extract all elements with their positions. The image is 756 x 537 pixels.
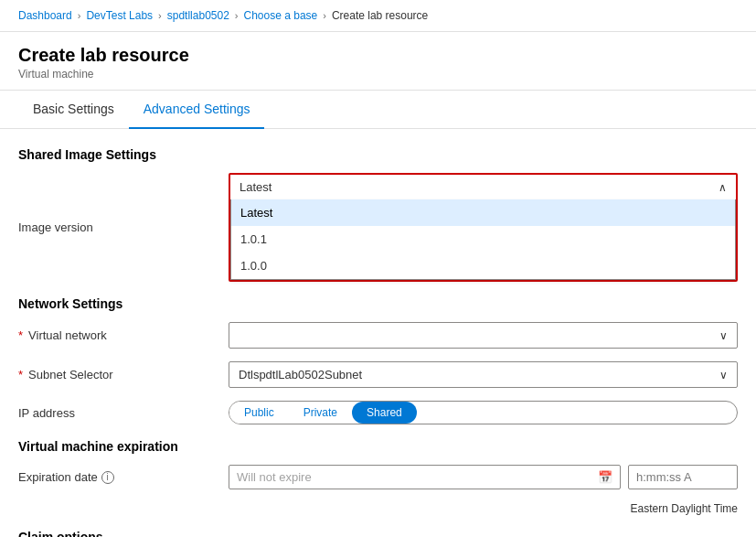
image-version-control: Latest Latest 1.0.1 1.0.0: [229, 173, 738, 282]
ip-shared-button[interactable]: Shared: [352, 402, 417, 424]
ip-private-button[interactable]: Private: [289, 402, 352, 424]
ip-address-row: IP address Public Private Shared: [18, 401, 738, 424]
chevron-down-icon: [719, 328, 728, 342]
subnet-label: * Subnet Selector: [18, 368, 229, 381]
image-version-option-100[interactable]: 1.0.0: [231, 252, 735, 279]
breadcrumb-sep-3: ›: [235, 10, 239, 21]
breadcrumb: Dashboard › DevTest Labs › spdtllab0502 …: [0, 0, 756, 32]
subnet-row: * Subnet Selector DtlspdtlLab0502Subnet: [18, 361, 738, 388]
subnet-control: DtlspdtlLab0502Subnet: [229, 361, 738, 388]
subnet-chevron-down-icon: [719, 368, 728, 381]
breadcrumb-sep-1: ›: [78, 10, 81, 21]
page-header: Create lab resource Virtual machine: [0, 32, 756, 91]
expiration-section-title: Virtual machine expiration: [18, 439, 738, 454]
content-area: Shared Image Settings Image version Late…: [0, 129, 756, 537]
ip-public-button[interactable]: Public: [229, 402, 289, 424]
breadcrumb-sep-2: ›: [158, 10, 162, 21]
breadcrumb-lab[interactable]: spdtllab0502: [167, 9, 229, 22]
image-version-dropdown[interactable]: Latest Latest 1.0.1 1.0.0: [229, 173, 738, 282]
image-version-label: Image version: [18, 220, 229, 234]
page-subtitle: Virtual machine: [18, 68, 738, 81]
subnet-value: DtlspdtlLab0502Subnet: [239, 368, 362, 381]
shared-image-section-title: Shared Image Settings: [18, 147, 738, 162]
chevron-up-icon: [719, 180, 727, 194]
ip-address-control: Public Private Shared: [229, 401, 738, 424]
timezone-label: Eastern Daylight Time: [631, 502, 738, 515]
expiration-date-input[interactable]: Will not expire 📅: [229, 465, 621, 489]
ip-address-label: IP address: [18, 406, 229, 420]
subnet-required-star: *: [18, 368, 23, 381]
virtual-network-row: * Virtual network: [18, 322, 738, 349]
virtual-network-dropdown[interactable]: [229, 322, 738, 349]
breadcrumb-dashboard[interactable]: Dashboard: [18, 9, 72, 22]
expiration-time-input[interactable]: [628, 465, 738, 489]
tabs: Basic Settings Advanced Settings: [0, 91, 756, 129]
page-title: Create lab resource: [18, 45, 738, 66]
image-version-list: Latest 1.0.1 1.0.0: [230, 199, 736, 280]
subnet-dropdown[interactable]: DtlspdtlLab0502Subnet: [229, 361, 738, 388]
image-version-option-101[interactable]: 1.0.1: [231, 226, 735, 252]
expiration-date-control: Will not expire 📅: [229, 465, 738, 489]
vnet-required-star: *: [18, 328, 23, 342]
expiration-info-icon[interactable]: i: [101, 471, 114, 484]
image-version-option-latest[interactable]: Latest: [231, 199, 735, 226]
claim-section-title: Claim options: [18, 530, 738, 537]
breadcrumb-devtest[interactable]: DevTest Labs: [86, 9, 153, 22]
breadcrumb-current: Create lab resource: [332, 9, 428, 22]
network-section-title: Network Settings: [18, 296, 738, 311]
breadcrumb-choose-base[interactable]: Choose a base: [244, 9, 318, 22]
tab-basic-settings[interactable]: Basic Settings: [18, 91, 129, 129]
image-version-selected: Latest: [240, 180, 272, 194]
date-time-row: Will not expire 📅: [229, 465, 738, 489]
calendar-icon[interactable]: 📅: [598, 470, 612, 484]
timezone-row: Eastern Daylight Time: [229, 502, 738, 515]
expiration-date-row: Expiration date i Will not expire 📅: [18, 465, 738, 489]
expiration-date-label: Expiration date i: [18, 470, 229, 484]
virtual-network-control: [229, 322, 738, 349]
image-version-dropdown-header[interactable]: Latest: [230, 175, 736, 199]
breadcrumb-sep-4: ›: [323, 10, 326, 21]
date-placeholder: Will not expire: [237, 470, 312, 484]
image-version-row: Image version Latest Latest 1.0.1 1.0.0: [18, 173, 738, 282]
ip-toggle-group: Public Private Shared: [229, 401, 738, 424]
virtual-network-label: * Virtual network: [18, 328, 229, 342]
tab-advanced-settings[interactable]: Advanced Settings: [129, 91, 265, 129]
